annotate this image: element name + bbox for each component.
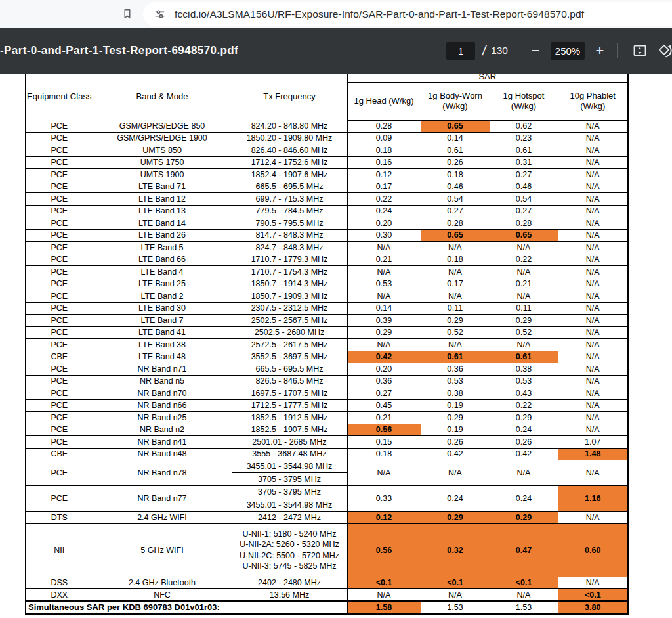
tune-icon[interactable]: [152, 7, 167, 22]
sar-value-cell: 0.12: [347, 169, 421, 181]
sar-value-cell: N/A: [421, 242, 490, 254]
sar-value-cell: N/A: [558, 512, 628, 524]
zoom-out-button[interactable]: −: [528, 42, 543, 59]
url-input[interactable]: fccid.io/A3LSMA156U/RF-Exposure-Info/SAR…: [175, 9, 584, 20]
sar-value-cell: 0.29: [421, 512, 490, 524]
sar-value-cell: N/A: [558, 193, 628, 206]
table-row: PCELTE Band 14790.5 - 795.5 MHz0.200.280…: [26, 217, 628, 230]
sar-value-cell: 0.42: [490, 448, 558, 460]
equipment-class-cell: PCE: [26, 132, 93, 144]
tx-frequency-cell: 1850.7 - 1914.3 MHz: [232, 278, 347, 290]
zoom-in-button[interactable]: +: [593, 42, 607, 59]
band-mode-cell: GSM/GPRS/EDGE 1900: [93, 132, 232, 144]
sar-value-cell: N/A: [558, 229, 628, 242]
band-mode-cell: LTE Band 5: [93, 242, 232, 254]
sar-value-cell: 0.20: [347, 363, 421, 376]
equipment-class-cell: PCE: [26, 278, 93, 290]
zoom-level-display: 250%: [551, 42, 585, 60]
sar-value-cell: 0.29: [490, 512, 558, 524]
table-row: PCELTE Band 302307.5 - 2312.5 MHz0.140.1…: [26, 302, 628, 315]
tx-frequency-cell: 2402 - 2480 MHz: [232, 577, 347, 589]
sar-value-cell: 0.61: [490, 144, 558, 157]
table-row: DSS2.4 GHz Bluetooth2402 - 2480 MHz<0.1<…: [26, 577, 628, 589]
sar-value-cell: 0.15: [347, 436, 421, 449]
sar-value-cell: N/A: [558, 375, 628, 387]
tx-frequency-cell: 1712.5 - 1777.5 MHz: [232, 399, 347, 412]
band-mode-cell: NR Band n66: [93, 399, 232, 412]
page-count-divider: /: [482, 43, 488, 58]
table-row: PCENR Band n773705 - 3795 MHz3455.01 - 3…: [26, 486, 628, 512]
sar-value-cell: 0.27: [347, 387, 421, 400]
band-mode-cell: 5 GHz WIFI: [93, 523, 232, 577]
sar-value-cell: 0.28: [347, 120, 421, 133]
tx-frequency-cell: 814.7 - 848.3 MHz: [232, 229, 347, 242]
equipment-class-cell: PCE: [26, 412, 93, 424]
sar-value-cell: 0.60: [558, 523, 628, 577]
tx-frequency-cell: 1852.4 - 1907.6 MHz: [232, 169, 347, 181]
tx-frequency-cell: 1850.20 - 1909.80 MHz: [232, 132, 347, 144]
equipment-class-cell: NII: [26, 523, 93, 577]
bookmark-icon[interactable]: [120, 7, 135, 21]
sar-value-cell: N/A: [558, 399, 628, 412]
sar-value-cell: 0.27: [421, 205, 490, 217]
page-number-input[interactable]: 1: [446, 42, 475, 60]
sar-value-cell: N/A: [558, 424, 628, 436]
band-mode-cell: NR Band n70: [93, 387, 232, 400]
sar-value-cell: 0.61: [421, 351, 490, 363]
sar-value-cell: N/A: [347, 266, 421, 278]
sar-table: Equipment Class Band & Mode Tx Frequency…: [25, 74, 629, 615]
sar-value-cell: 0.32: [421, 523, 490, 577]
sar-value-cell: 0.24: [490, 486, 558, 512]
table-row: PCELTE Band 412502.5 - 2680 MHz0.290.520…: [26, 326, 628, 339]
fit-page-icon[interactable]: [631, 42, 648, 59]
sar-value-cell: 0.24: [421, 486, 490, 512]
sar-value-cell: 0.29: [490, 315, 558, 327]
band-mode-cell: UMTS 1900: [93, 169, 232, 181]
tx-frequency-cell: 2501.01 - 2685 MHz: [232, 436, 347, 449]
sar-value-cell: N/A: [558, 326, 628, 339]
sar-value-cell: 0.19: [421, 424, 490, 436]
rotate-icon[interactable]: [656, 42, 672, 59]
tx-frequency-cell: 665.5 - 695.5 MHz: [232, 363, 347, 376]
equipment-class-cell: PCE: [26, 375, 93, 387]
table-row: PCELTE Band 13779.5 - 784.5 MHz0.240.270…: [26, 205, 628, 217]
tx-frequency-cell: 824.20 - 848.80 MHz: [232, 120, 347, 133]
band-mode-cell: 2.4 GHz Bluetooth: [93, 577, 232, 589]
sar-value-cell: N/A: [558, 266, 628, 278]
sar-value-cell: 0.33: [347, 486, 421, 512]
band-mode-cell: NR Band n77: [93, 486, 232, 512]
sar-value-cell: N/A: [558, 132, 628, 144]
sar-value-cell: 0.26: [421, 436, 490, 449]
sar-value-cell: 0.17: [421, 278, 490, 290]
sar-value-cell: 0.24: [490, 424, 558, 436]
sar-value-cell: 0.17: [347, 181, 421, 193]
pdf-document-title: -Part-0-and-Part-1-Test-Report-6948570.p…: [0, 44, 238, 57]
sar-value-cell: 0.39: [347, 315, 421, 327]
sar-value-cell: 0.36: [421, 363, 490, 376]
sar-value-cell: 0.20: [347, 217, 421, 230]
band-mode-cell: LTE Band 4: [93, 266, 232, 278]
sar-value-cell: N/A: [558, 412, 628, 424]
tx-frequency-cell: 1850.7 - 1909.3 MHz: [232, 290, 347, 303]
band-mode-cell: NR Band n48: [93, 448, 232, 460]
omnibox[interactable]: fccid.io/A3LSMA156U/RF-Exposure-Info/SAR…: [143, 2, 672, 26]
sar-value-cell: 0.22: [490, 399, 558, 412]
sar-value-cell: 1.07: [558, 436, 628, 449]
sar-value-cell: 0.56: [347, 523, 421, 577]
sar-value-cell: 0.29: [347, 326, 421, 339]
header-10g-phablet: 10g Phablet (W/kg): [558, 83, 628, 120]
sar-value-cell: 0.47: [490, 523, 558, 577]
sar-value-cell: 0.14: [421, 132, 490, 144]
sar-value-cell: 0.12: [347, 512, 421, 524]
header-tx-frequency: Tx Frequency: [232, 74, 347, 120]
sar-value-cell: 0.53: [490, 375, 558, 387]
sar-value-cell: 0.22: [347, 193, 421, 206]
sar-value-cell: 0.21: [490, 278, 558, 290]
band-mode-cell: GSM/GPRS/EDGE 850: [93, 120, 232, 133]
sar-value-cell: 0.27: [490, 205, 558, 217]
band-mode-cell: LTE Band 48: [93, 351, 232, 363]
sar-value-cell: 0.26: [490, 436, 558, 449]
band-mode-cell: LTE Band 7: [93, 315, 232, 327]
sar-value-cell: 0.38: [421, 387, 490, 400]
tx-frequency-cell: 665.5 - 695.5 MHz: [232, 181, 347, 193]
